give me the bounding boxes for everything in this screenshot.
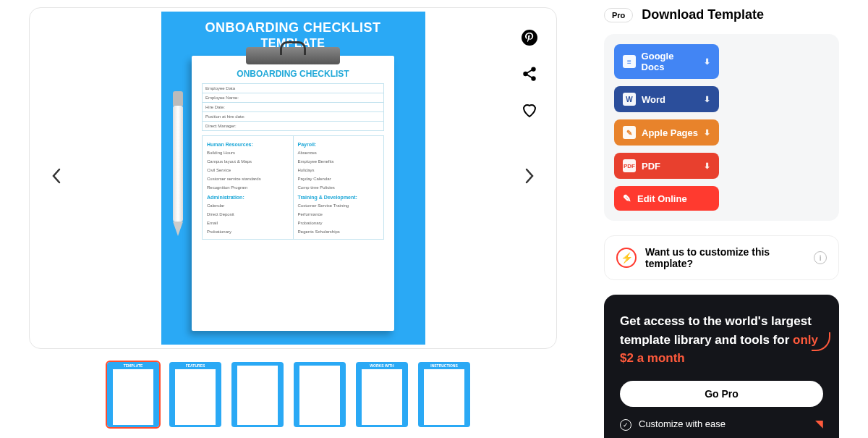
pen-graphic (170, 91, 186, 236)
section-header: Payroll: (298, 142, 380, 147)
checklist-item: Payday Calendar (298, 174, 380, 183)
word-button[interactable]: W Word ⬇ (614, 86, 719, 112)
checklist-item: Customer Service Training (298, 201, 380, 210)
apple-pages-icon: ✎ (623, 126, 636, 139)
checklist-item: Civil Service (207, 166, 289, 174)
checklist-item: Employee Benefits (298, 157, 380, 166)
download-icon: ⬇ (704, 161, 710, 171)
apple-pages-button[interactable]: ✎ Apple Pages ⬇ (614, 119, 719, 146)
employee-field: Position at hire date: (203, 112, 383, 122)
thumbnail-preview (113, 369, 153, 425)
cursor-icon: ◥ (815, 418, 823, 429)
svg-point-0 (522, 30, 537, 46)
download-buttons-card: ≡ Google Docs ⬇ W Word ⬇ ✎ Apple Pages ⬇… (604, 34, 839, 221)
page-title: Download Template (642, 7, 764, 22)
download-icon: ⬇ (704, 95, 710, 104)
checklist-item: Regents Scholarships (298, 227, 380, 236)
pencil-icon: ✎ (623, 193, 631, 204)
google-docs-icon: ≡ (623, 55, 636, 68)
checklist-item: Probationary (298, 219, 380, 227)
share-icon[interactable] (520, 64, 539, 83)
thumbnail-preview (362, 369, 402, 425)
employee-field: Employee Name: (203, 93, 383, 103)
checklist-item: Comp time Policies (298, 183, 380, 192)
pro-feature: ✓Customize with ease (620, 418, 823, 431)
customize-prompt[interactable]: ⚡ Want us to customize this template? i (604, 235, 839, 280)
customize-text: Want us to customize this template? (645, 246, 805, 269)
pdf-icon: PDF (623, 159, 636, 172)
google-docs-label: Google Docs (642, 51, 698, 72)
word-icon: W (623, 93, 636, 106)
thumbnail-label: TEMPLATE (124, 364, 143, 368)
info-icon[interactable]: i (814, 251, 827, 264)
thumbnail-preview (175, 369, 216, 425)
checklist-item: Email (207, 219, 289, 227)
download-icon: ⬇ (704, 57, 710, 67)
pro-feature-text: Customize with ease (639, 418, 726, 429)
download-icon: ⬇ (704, 128, 710, 138)
google-docs-button[interactable]: ≡ Google Docs ⬇ (614, 44, 719, 79)
checklist-item: Probationary (207, 227, 289, 236)
pro-badge: Pro (604, 8, 633, 22)
thumbnail-3[interactable] (231, 362, 284, 427)
pdf-button[interactable]: PDF PDF ⬇ (614, 153, 719, 179)
section-header: Training & Development: (298, 195, 380, 200)
word-label: Word (642, 94, 665, 105)
preview-title-line1: ONBOARDING CHECKLIST (205, 12, 381, 37)
thumbnail-preview (237, 366, 278, 425)
checklist-item: Direct Deposit (207, 210, 289, 219)
checklist-item: Holidays (298, 166, 380, 174)
thumbnail-strip: TEMPLATEFEATURES WORKS WITHINSTRUCTIONS (29, 362, 561, 427)
section-header: Human Resources: (207, 142, 289, 147)
bolt-icon: ⚡ (616, 248, 637, 268)
thumbnail-preview (424, 369, 464, 425)
pro-upsell-card: Get access to the world's largest templa… (604, 295, 839, 438)
thumbnail-1[interactable]: TEMPLATE (107, 362, 159, 427)
thumbnail-4[interactable] (294, 362, 346, 427)
thumbnail-label: FEATURES (186, 364, 205, 368)
pinterest-icon[interactable] (520, 28, 539, 47)
employee-field: Direct Manager: (203, 122, 383, 130)
checklist-item: Campus layout & Maps (207, 157, 289, 166)
checklist-item: Calendar (207, 201, 289, 210)
svg-line-4 (527, 70, 532, 74)
employee-field: Hire Date: (203, 103, 383, 112)
apple-pages-label: Apple Pages (642, 127, 698, 138)
heart-icon[interactable] (520, 101, 539, 119)
checklist-item: Performance (298, 210, 380, 219)
pdf-label: PDF (642, 161, 660, 172)
checklist-item: Customer service standards (207, 174, 289, 183)
employee-field: Employee Data (203, 84, 383, 93)
checklist-item: Absences (298, 148, 380, 157)
template-preview-card: ONBOARDING CHECKLIST TEMPLATE ONBOARDING… (29, 7, 557, 349)
check-icon: ✓ (620, 419, 631, 431)
prev-button[interactable] (44, 161, 69, 195)
edit-online-label: Edit Online (637, 193, 687, 204)
section-header: Administration: (207, 195, 289, 200)
thumbnail-2[interactable]: FEATURES (169, 362, 221, 427)
arrow-decoration (812, 332, 830, 351)
thumbnail-6[interactable]: INSTRUCTIONS (418, 362, 470, 427)
pro-heading: Get access to the world's largest templa… (620, 312, 823, 368)
thumbnail-label: WORKS WITH (370, 364, 393, 368)
thumbnail-label: INSTRUCTIONS (430, 364, 458, 368)
edit-online-button[interactable]: ✎ Edit Online (614, 186, 719, 211)
template-preview-image: ONBOARDING CHECKLIST TEMPLATE ONBOARDING… (161, 12, 425, 345)
thumbnail-preview (299, 366, 340, 425)
svg-line-5 (527, 75, 532, 78)
go-pro-button[interactable]: Go Pro (620, 381, 823, 407)
next-button[interactable] (517, 161, 542, 195)
checklist-item: Building Hours (207, 148, 289, 157)
thumbnail-5[interactable]: WORKS WITH (356, 362, 408, 427)
checklist-item: Recognition Program (207, 183, 289, 192)
